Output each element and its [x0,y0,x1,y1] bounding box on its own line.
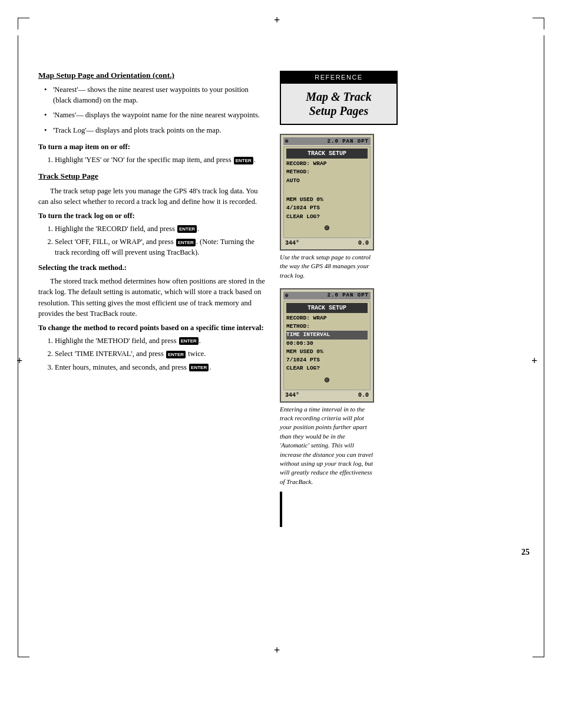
gps2-content: TRACK SETUP RECORD: WRAP METHOD: TIME IN… [283,301,371,390]
track-step-2: Select 'OFF, FILL, or WRAP', and press E… [55,237,268,258]
gps1-line6: 4/1024 PTS [286,204,368,212]
left-column: Map Setup Page and Orientation (cont.) '… [38,71,268,527]
gps2-line4: 00:00:30 [286,340,368,348]
bullet-tracklog: 'Track Log'— displays and plots track po… [44,126,268,136]
gps1-icon: ⊕ [286,222,368,235]
left-border [18,35,18,657]
turn-on-off-header: To turn the track log on or off: [38,212,268,220]
map-instruction1-header: To turn a map item on or off: [38,143,268,151]
change-method-steps: Highlight the 'METHOD' field, and press … [38,336,268,373]
change-step-1: Highlight the 'METHOD' field, and press … [55,336,268,347]
gps1-title: TRACK SETUP [286,149,368,159]
map-step-1: Highlight 'YES' or 'NO' for the specific… [55,155,268,166]
gps2-footer: 344° 0.0 [283,391,371,399]
track-setup-heading: Track Setup Page [38,172,268,181]
enter-button-6: ENTER [189,364,209,371]
gps2-line5: MEM USED 0% [286,348,368,356]
track-setup-intro: The track setup page lets you manage the… [38,186,268,207]
reference-tab: REFERENCE [280,71,398,84]
map-setup-section: Map Setup Page and Orientation (cont.) '… [38,71,268,166]
corner-mark-tr [533,18,544,29]
gps1-footer: 344° 0.0 [283,239,371,247]
corner-mark-bl [18,645,29,657]
bullet-names: 'Names'— displays the waypoint name for … [44,110,268,121]
enter-button-2: ENTER [177,225,197,233]
gps2-caption: Entering a time interval in to the track… [280,405,374,487]
gps2-line3-selected: TIME INTERVAL [286,331,368,339]
enter-button-5: ENTER [166,351,186,358]
gps2-line6: 7/1024 PTS [286,356,368,364]
page-number: 25 [0,548,562,557]
change-step-3: Enter hours, minutes, and seconds, and p… [55,363,268,373]
gps2-header: ⊕ 2.0 PAN OPT [283,292,371,299]
gps1-line5: MEM USED 0% [286,196,368,204]
map-steps: Highlight 'YES' or 'NO' for the specific… [38,155,268,166]
gps2-line1: RECORD: WRAP [286,314,368,322]
gps2-line2: METHOD: [286,322,368,331]
enter-button-1: ENTER [234,157,253,164]
right-column: REFERENCE Map & Track Setup Pages ⊕ 2.0 … [280,71,398,527]
track-setup-section: Track Setup Page The track setup page le… [38,172,268,373]
accent-bar [280,492,282,527]
right-border [544,35,544,657]
map-track-title-text: Map & Track Setup Pages [288,90,389,118]
left-crosshair [19,360,28,369]
top-crosshair [276,19,286,28]
map-setup-bullets: 'Nearest'— shows the nine nearest user w… [38,85,268,136]
gps1-header: ⊕ 2.0 PAN OPT [283,137,371,145]
change-method-header: To change the method to record points ba… [38,324,268,332]
track-step-1: Highlight the 'RECORD' field, and press … [55,224,268,235]
gps1-caption: Use the track setup page to control the … [280,253,374,280]
gps1-line4 [286,187,368,196]
corner-mark-br [533,645,544,657]
gps1-line3: AUTO [286,177,368,185]
map-setup-heading: Map Setup Page and Orientation (cont.) [38,71,268,80]
gps-screen-2: ⊕ 2.0 PAN OPT TRACK SETUP RECORD: WRAP M… [280,288,374,403]
gps1-line1: RECORD: WRAP [286,160,368,168]
gps2-title: TRACK SETUP [286,303,368,313]
gps2-icon: ⊕ [286,374,368,387]
selecting-method-header: Selecting the track method.: [38,263,268,272]
gps2-line7: CLEAR LOG? [286,364,368,373]
gps1-content: TRACK SETUP RECORD: WRAP METHOD: AUTO ME… [283,146,371,238]
map-track-title-box: Map & Track Setup Pages [280,84,398,125]
bottom-crosshair [276,649,286,658]
track-on-off-steps: Highlight the 'RECORD' field, and press … [38,224,268,258]
enter-button-3: ENTER [176,239,196,246]
gps1-line2: METHOD: [286,168,368,176]
right-crosshair [534,360,543,369]
gps1-line7: CLEAR LOG? [286,213,368,221]
method-body: The stored track method determines how o… [38,276,268,319]
gps-screen-1: ⊕ 2.0 PAN OPT TRACK SETUP RECORD: WRAP M… [280,134,374,251]
change-step-2: Select 'TIME INTERVAL', and press ENTER … [55,349,268,360]
corner-mark-tl [18,18,29,29]
enter-button-4: ENTER [179,337,199,345]
bullet-nearest: 'Nearest'— shows the nine nearest user w… [44,85,268,106]
